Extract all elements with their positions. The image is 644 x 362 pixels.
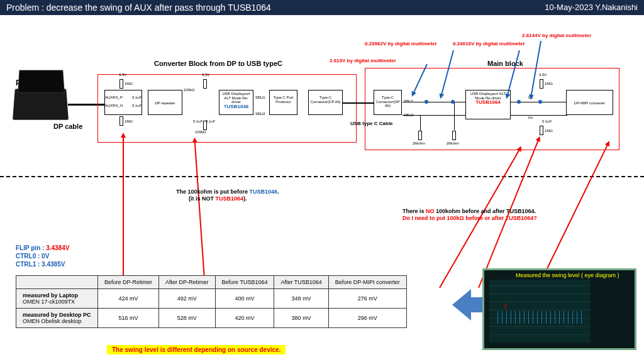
eye-diagram-wave	[496, 311, 584, 324]
dp-mipi-box: DP-MIPI converter	[566, 90, 613, 115]
sbu2: SBU2	[255, 112, 265, 116]
auxrx-p: AUXRX_P	[105, 96, 123, 99]
probe-dot	[451, 100, 455, 104]
dp-repeater-box: DP repeater	[148, 90, 182, 115]
tusb1064-box: USB Displayport ALT Mode Re-driver TUSB1…	[465, 90, 511, 119]
red-arrow	[123, 134, 124, 288]
r2m: 2Mohm	[413, 141, 425, 145]
swing-arrow-icon: ↕	[503, 300, 508, 310]
red-arrow	[537, 142, 609, 288]
laptop-icon	[13, 89, 69, 119]
r100k: 100kΩ	[195, 130, 206, 134]
td: 528 mV	[159, 309, 216, 328]
input-block	[104, 90, 142, 115]
r1m-label: 1MΩ	[125, 82, 133, 85]
th: After TUSB1064	[274, 276, 328, 289]
sbu1: SBU1	[255, 96, 265, 99]
dp-mipi-label: DP-MIPI converter	[574, 101, 605, 105]
v33-label: 3.3V	[119, 73, 126, 77]
c01: 0.1uF	[132, 96, 142, 99]
tusb1046-label: TUSB1046	[221, 104, 252, 110]
r1m-label: 1MΩ	[545, 129, 553, 133]
td: 420 mV	[215, 309, 274, 328]
scope-screen	[489, 280, 590, 343]
th: Before TUSB1064	[215, 276, 274, 289]
measurement-4: 2.6144V by digital multimeter	[522, 33, 591, 39]
table-row: measured by Desktop PCOMEN Obelisk deskt…	[16, 309, 407, 328]
r100k: 100kΩ	[184, 88, 195, 92]
footer-highlight: The swing level is different depending o…	[107, 345, 286, 354]
dp-repeater-label: DP repeater	[155, 101, 175, 105]
red-arrow	[194, 139, 206, 288]
r1m-label: 1MΩ	[125, 119, 133, 123]
c01: 0.1uF	[132, 104, 142, 107]
td: 348 mV	[274, 289, 328, 309]
c01: 0.1uF	[193, 119, 203, 123]
c01: 0.1uF	[206, 119, 215, 123]
scope-label: Measured the swing level ( eye diagram )	[516, 273, 619, 279]
row-label: measured by LaptopOMEN 17-ck1009TX	[16, 289, 98, 309]
resistor	[203, 121, 207, 130]
header-bar: Problem : decrease the swing of AUX afte…	[0, 0, 644, 15]
probe-dot	[425, 100, 428, 104]
tusb1046-box: USB Displayport ALT Mode Re-driver TUSB1…	[219, 90, 253, 115]
th: Before DP-MIPI converter	[328, 276, 406, 289]
tusb1046-desc: USB Displayport ALT Mode Re-driver	[221, 92, 252, 104]
resistor	[119, 79, 123, 89]
wire	[420, 115, 421, 131]
wire	[454, 102, 455, 130]
probe-dot	[517, 100, 521, 104]
resistor	[452, 131, 456, 140]
table-row: measured by LaptopOMEN 17-ck1009TX 424 m…	[16, 289, 407, 309]
resistor	[540, 79, 543, 89]
row-label: measured by Desktop PCOMEN Obelisk deskt…	[16, 309, 98, 328]
note-1: The 100kohm is put before TUSB1046. (it …	[176, 189, 279, 202]
port-protector-box: Type-C Port Protector	[269, 90, 297, 115]
pin-info: FLIP pin : 3.4384V CTRL0 : 0V CTRL1 : 3.…	[16, 244, 69, 268]
resistor	[203, 79, 207, 89]
measurement-3: 0.24016V by digital multimeter	[453, 41, 525, 47]
td: 380 mV	[274, 309, 328, 328]
td: 400 mV	[215, 289, 274, 309]
connector1-box: Type-C Connector(DP Alt)	[308, 90, 343, 115]
td: 276 mV	[328, 289, 406, 309]
wire	[402, 102, 465, 102]
resistor	[119, 116, 123, 126]
td: 492 mV	[159, 289, 216, 309]
resistor	[418, 131, 422, 140]
c01: 0.1uF	[542, 119, 552, 123]
table-header-row: Before DP-Retimer After DP-Retimer Befor…	[16, 276, 407, 289]
auxrx-n: AUXRX_N	[105, 104, 123, 107]
th: After DP-Retimer	[159, 276, 216, 289]
td: 516 mV	[98, 309, 159, 328]
usb-c-cable-label: USB type C Cable	[350, 121, 393, 127]
dn-label: Dn	[528, 116, 533, 119]
divider-dash	[0, 176, 644, 177]
th	[16, 276, 98, 289]
td: 296 mV	[328, 309, 406, 328]
measurement-2: 0.23962V by digital multimeter	[365, 41, 437, 47]
wire	[402, 115, 465, 116]
r2m: 2Mohm	[447, 141, 459, 145]
dp-cable-label: DP cable	[53, 123, 82, 130]
th: Before DP-Retimer	[98, 276, 159, 289]
header-meta: 10-May-2023 Y.Nakanishi	[545, 3, 638, 13]
note-2: There is NO 100kohm before and after TUS…	[402, 208, 537, 222]
probe-dot	[538, 100, 542, 104]
block1-title: Converter Block from DP to USB typeC	[154, 60, 282, 67]
sbu1: SBU1	[404, 99, 414, 103]
page-title: Problem : decrease the swing of AUX afte…	[6, 3, 271, 13]
block2-title: Main block	[487, 60, 523, 67]
wire	[511, 115, 567, 116]
measurement-1: 2.613V by digital multimeter	[330, 58, 396, 64]
cable-line	[343, 102, 374, 104]
v33-label: 3.3V	[539, 73, 547, 77]
td: 424 mV	[98, 289, 159, 309]
v33-label: 3.3V	[202, 73, 209, 77]
connector2-box: Type-C Connector(DP Alt)	[374, 90, 402, 115]
r1m-label: 1MΩ	[545, 82, 553, 85]
oscilloscope: Measured the swing level ( eye diagram )…	[482, 268, 636, 350]
measurement-table: Before DP-Retimer After DP-Retimer Befor…	[16, 275, 407, 328]
scope-arrow-icon	[452, 289, 471, 321]
tusb1064-label: TUSB1064	[467, 100, 509, 106]
